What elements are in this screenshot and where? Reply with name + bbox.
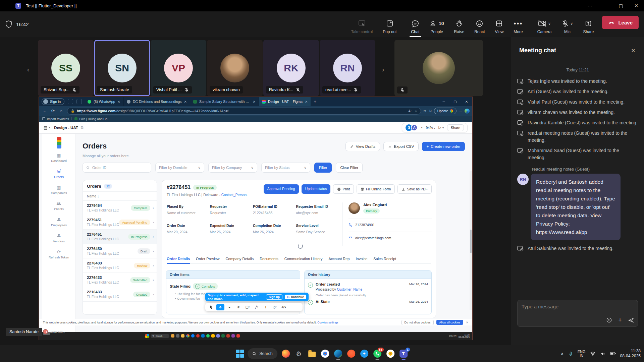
browser-tab-active[interactable]: Design - UAT – Figma✕ [259,97,311,106]
tab-order-preview[interactable]: Order Preview [196,257,219,261]
favorite-star-icon[interactable]: ☆ [414,109,417,113]
mic-button[interactable]: ∨ Mic [556,19,578,34]
browser-logo-icon[interactable] [465,109,470,114]
order-row[interactable]: 2279454TL Flex Holdings LLCComplete› [83,201,157,215]
collaborators-chevron-icon[interactable]: ▾ [421,126,422,129]
address-bar[interactable]: 🔒 https://www.figma.com/design/9BKQ0FOHR… [67,108,421,115]
window-minimize-button[interactable]: ─ [598,0,613,11]
participant-tile[interactable]: VP Vishal Patil ... [151,40,206,96]
filter-status-dropdown[interactable]: Filter by Status∨ [261,163,310,173]
collaborator-avatar[interactable]: A [411,124,418,131]
order-row[interactable]: 2276450TL Flex Holdings LLCDraft› [83,244,157,258]
filter-company-dropdown[interactable]: Filter by Company∨ [208,163,257,173]
collections-icon[interactable]: ⟲ [423,109,426,113]
create-new-order-button[interactable]: +Create new order [422,142,465,151]
figma-zoom-level[interactable]: 94% ▾ [426,126,435,130]
figma-present-icon[interactable]: ▷ ▾ [438,125,444,130]
start-button[interactable] [236,350,244,358]
read-aloud-icon[interactable]: A⁾ [408,109,411,113]
import-favorites-button[interactable]: Import favorites [42,117,69,121]
google-continue-button[interactable]: GContinue [285,295,306,299]
emoji-icon[interactable] [606,317,612,323]
raise-hand-button[interactable]: Raise [449,19,469,34]
chrome-icon[interactable] [320,349,330,358]
figma-file-title[interactable]: Design - UAT [54,126,78,130]
contact-person-link[interactable]: Contact_Person. [221,193,248,197]
taskbar-search[interactable]: Search [248,348,277,359]
browser-tab[interactable]: DC Divisions and Surroundings✕ [124,97,190,106]
chat-close-icon[interactable]: ✕ [631,48,635,54]
sidebar-item-employees[interactable]: 👤︎Employees [42,214,75,230]
tab-sales-receipt[interactable]: Sales Receipt [373,257,396,261]
save-as-pdf-button[interactable]: Save as PDF [397,184,432,194]
filter-domicile-dropdown[interactable]: Filter by Domicile∨ [155,163,204,173]
home-icon[interactable]: ⌂ [57,109,65,113]
send-icon[interactable] [628,317,634,323]
camera-button[interactable]: ∨ Camera [532,19,557,34]
update-status-button[interactable]: Update status [302,184,331,194]
pop-out-button[interactable]: Pop out [378,19,401,34]
leave-button[interactable]: Leave [602,16,639,29]
wifi-icon[interactable] [590,351,596,356]
sidebar-item-clients[interactable]: 👥︎Clients [42,198,75,214]
print-button[interactable]: Print [333,184,354,194]
dev-mode-icon[interactable]: </> [280,304,288,310]
mic-options-chevron-icon[interactable]: ∨ [570,21,573,26]
order-row[interactable]: 2276433TL Flex Holdings LLCReview› [83,258,157,273]
hand-tool-icon[interactable]: ✥ [216,304,224,310]
participant-tile[interactable]: vikram chavan [207,40,263,96]
page-scrollbar[interactable] [470,171,472,310]
battery-icon[interactable] [610,352,616,356]
clock[interactable]: 11:3808-04-2025 [620,349,641,359]
new-tab-icon[interactable]: + [314,99,316,104]
back-icon[interactable]: ← [41,109,49,113]
chrome-profile-icon[interactable] [386,349,395,358]
chat-button[interactable]: Chat [406,19,425,34]
share-button[interactable]: Share [578,19,599,34]
tray-mic-icon[interactable] [568,351,573,357]
browser-close-button[interactable]: ✕ [461,97,472,106]
presenter-pin-button[interactable]: + [43,328,50,335]
figma-share-button[interactable]: Share [447,124,464,131]
refresh-icon[interactable]: ⟳ [49,109,57,113]
essentials-icon[interactable]: ⚐ [429,109,432,113]
firefox-icon[interactable] [281,349,290,358]
more-button[interactable]: ••• More [508,19,528,34]
settings-icon[interactable]: ⚙ [294,349,304,358]
order-row-selected[interactable]: 2276451TL Flex Holdings LLCIn Progress› [83,230,157,244]
sidebar-item-refresh-token[interactable]: ⟳Refresh Token [42,246,75,262]
browser-menu-icon[interactable]: ⋯ [459,109,462,113]
deny-cookies-button[interactable]: Do not allow cookies [401,320,434,325]
file-explorer-icon[interactable] [307,349,317,358]
workspaces-icon[interactable] [68,99,73,104]
tab-account-rep[interactable]: Account Rep [329,257,350,261]
language-indicator[interactable]: ENGIN [578,350,586,358]
volume-icon[interactable] [600,351,605,356]
window-maximize-button[interactable]: ▢ [613,0,629,11]
bookmark-item[interactable]: Bills | Billing and Co... [74,117,110,121]
tab-actions-icon[interactable] [76,99,82,104]
participant-tile[interactable]: RK Ravindra K... [263,40,319,96]
order-id-search-input[interactable]: Order ID [83,163,151,173]
name-sort-header[interactable]: Name ↓ [83,192,157,201]
browser-maximize-button[interactable]: ▢ [449,97,461,106]
people-button[interactable]: 10 People [425,19,449,34]
resources-tool-icon[interactable]: ◇▾ [271,304,279,310]
figma-duplicate-icon[interactable]: ⧉ [81,125,84,130]
participant-tile[interactable]: SN Santosh Narate [94,40,150,96]
cookie-close-icon[interactable]: ✕ [466,321,468,324]
attach-plus-icon[interactable]: + [618,316,622,324]
twitter-icon[interactable]: ✦ [360,349,369,358]
pen-tool-icon[interactable]: ╱▾ [253,304,261,310]
tab-close-icon[interactable]: ✕ [117,100,120,104]
shape-tool-icon[interactable]: ▢▾ [244,304,252,310]
approval-pending-button[interactable]: Approval Pending [264,184,299,194]
tab-close-icon[interactable]: ✕ [253,100,256,104]
browser-minimize-button[interactable]: ─ [438,97,449,106]
contact-email[interactable]: alex@vstatefilings.com [348,232,432,240]
chat-input[interactable]: Type a message + [517,300,638,327]
contact-phone[interactable]: 2123874901 [348,219,432,227]
cookies-settings-link[interactable]: Cookies settings [317,321,338,324]
sidebar-item-vendors[interactable]: 👤︎Vendors [42,230,75,246]
order-row[interactable]: 2216433TL Flex Holdings LLCCreated› [83,287,157,302]
